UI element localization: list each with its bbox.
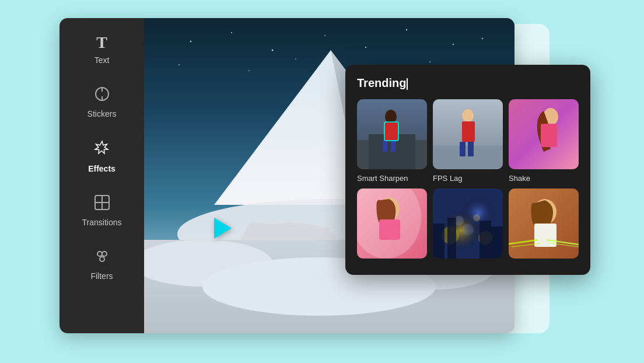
effect-thumb-fps-lag <box>433 99 503 169</box>
effects-icon <box>93 139 111 159</box>
svg-point-6 <box>97 252 102 256</box>
trending-title: Trending <box>357 76 579 90</box>
effect-label-fps-lag: FPS Lag <box>433 174 503 183</box>
main-container: T Text Stickers <box>60 18 584 345</box>
effect-item-smart-sharpen[interactable]: Smart Sharpen <box>357 99 427 183</box>
svg-point-20 <box>295 58 296 60</box>
effect-item-4[interactable] <box>357 189 427 263</box>
svg-rect-48 <box>541 124 557 147</box>
svg-rect-61 <box>433 224 444 259</box>
sidebar-item-stickers[interactable]: Stickers <box>60 75 144 129</box>
effects-grid: Smart Sharpen <box>357 99 579 263</box>
effect-item-6[interactable] <box>509 189 579 263</box>
svg-rect-63 <box>480 221 491 259</box>
effect-thumb-5 <box>433 189 503 259</box>
svg-point-19 <box>249 70 250 71</box>
svg-rect-45 <box>468 142 474 156</box>
svg-rect-36 <box>385 123 398 140</box>
text-cursor <box>407 78 408 90</box>
svg-point-14 <box>365 47 366 48</box>
text-icon: T <box>96 34 107 51</box>
sidebar-item-filters[interactable]: Filters <box>60 238 144 291</box>
effect-thumb-4 <box>357 189 427 259</box>
effect-item-shake[interactable]: Shake <box>509 99 579 183</box>
sidebar-item-effects[interactable]: Effects <box>60 129 144 184</box>
sidebar-label-text: Text <box>94 55 110 65</box>
svg-point-18 <box>178 64 180 65</box>
sidebar-item-text[interactable]: T Text <box>60 24 144 75</box>
svg-point-8 <box>100 257 104 261</box>
transitions-icon <box>94 194 110 213</box>
svg-rect-52 <box>379 219 400 240</box>
sidebar-label-filters: Filters <box>90 271 113 281</box>
svg-rect-37 <box>383 140 387 152</box>
effect-thumb-smart-sharpen <box>357 99 427 169</box>
sidebar-item-transitions[interactable]: Transitions <box>60 184 144 238</box>
svg-point-21 <box>429 61 430 62</box>
cursor-arrow <box>214 218 232 239</box>
svg-rect-62 <box>447 218 456 259</box>
svg-point-13 <box>324 35 326 36</box>
effect-item-5[interactable] <box>433 189 503 263</box>
svg-point-15 <box>406 29 407 30</box>
svg-point-16 <box>453 44 454 45</box>
filters-icon <box>94 248 110 267</box>
sidebar-label-stickers: Stickers <box>88 109 117 118</box>
svg-point-10 <box>190 41 191 42</box>
svg-point-42 <box>462 109 474 122</box>
svg-point-12 <box>272 50 274 51</box>
svg-point-7 <box>102 252 107 256</box>
sidebar-label-transitions: Transitions <box>82 218 122 227</box>
effect-thumb-shake <box>509 99 579 169</box>
svg-rect-43 <box>462 121 475 142</box>
sidebar: T Text Stickers <box>60 18 144 333</box>
svg-rect-64 <box>491 226 503 259</box>
svg-rect-44 <box>460 142 466 156</box>
sidebar-label-effects: Effects <box>88 164 116 173</box>
effect-label-smart-sharpen: Smart Sharpen <box>357 174 427 183</box>
svg-point-17 <box>482 38 484 40</box>
svg-rect-38 <box>391 140 396 152</box>
effect-thumb-6 <box>509 189 579 259</box>
effect-label-shake: Shake <box>509 174 579 183</box>
stickers-icon <box>94 86 110 104</box>
svg-point-11 <box>231 32 232 33</box>
effect-item-fps-lag[interactable]: FPS Lag <box>433 99 503 183</box>
trending-panel: Trending <box>345 65 590 275</box>
